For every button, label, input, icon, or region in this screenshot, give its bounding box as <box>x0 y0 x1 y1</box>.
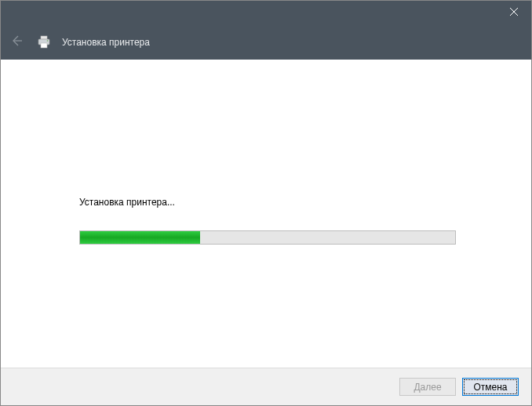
close-icon <box>510 7 518 18</box>
next-button: Далее <box>399 378 456 396</box>
titlebar <box>1 1 531 24</box>
content-area: Установка принтера... <box>1 60 531 368</box>
status-text: Установка принтера... <box>79 197 175 208</box>
close-button[interactable] <box>496 1 531 24</box>
svg-point-3 <box>47 40 49 42</box>
header-title: Установка принтера <box>62 37 150 48</box>
progress-fill <box>80 231 200 244</box>
arrow-left-icon <box>10 34 23 49</box>
svg-rect-0 <box>41 36 47 39</box>
footer-bar: Далее Отмена <box>1 368 531 405</box>
printer-icon <box>37 35 51 49</box>
cancel-button[interactable]: Отмена <box>462 378 519 396</box>
progress-bar <box>79 230 456 245</box>
header-bar: Установка принтера <box>1 24 531 60</box>
back-button <box>7 33 26 52</box>
svg-rect-2 <box>41 43 47 48</box>
